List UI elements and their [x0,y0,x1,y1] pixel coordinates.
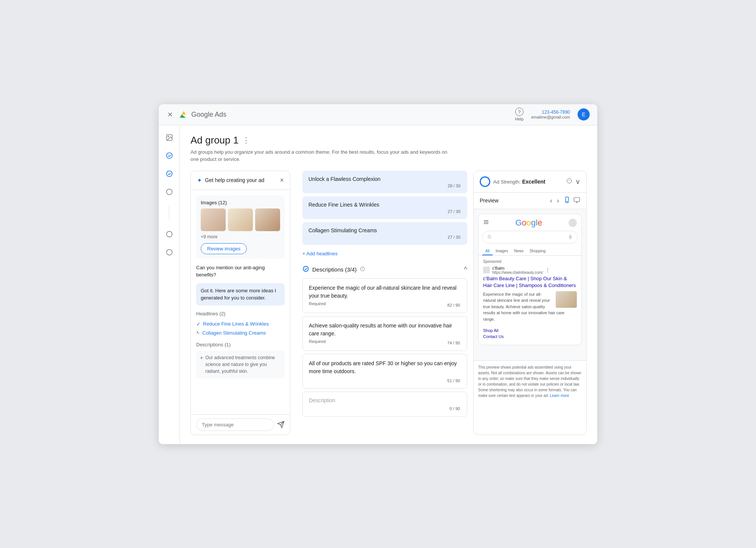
description-field-4[interactable]: Description 0 / 90 [302,392,467,417]
review-images-button[interactable]: Review images [201,243,247,254]
shopping-tab: Shopping [527,247,548,255]
headlines-list: Unlock a Flawless Complexion 28 / 30 Red… [302,171,467,245]
description-field-1[interactable]: Experience the magic of our all-natural … [302,278,467,313]
more-options-icon[interactable]: ⋮ [242,136,250,145]
descriptions-divider: Descriptions (3/4) ^ [302,266,467,274]
check-icon-1: ✓ [196,321,201,327]
ad-link-2[interactable]: Contact Us [483,334,577,339]
top-bar: Google Ads ? Help 123-456-7890 emailme@g… [159,104,597,125]
help-section: ? Help [515,108,524,121]
mobile-menu-icon [483,219,489,227]
image-thumb-1 [201,208,226,231]
description-counter-4: 0 / 90 [449,406,461,411]
ad-more-icon[interactable]: ⋮ [545,267,550,273]
svg-point-14 [488,235,491,238]
ad-result: Sponsored c'Balm https://www.cbalmbeauty… [479,259,581,339]
descriptions-check-icon [302,266,309,274]
sidebar-icon-circle-3[interactable] [163,246,175,258]
mobile-tabs: All Images News Shopping [479,247,581,256]
logo-text: Google Ads [191,111,226,119]
mobile-search-icon [487,234,492,240]
preview-prev-button[interactable]: ‹ [550,197,552,205]
account-phone: 123-456-7890 [531,110,570,115]
mobile-top-bar: Google [479,214,581,231]
ai-panel-header: ✦ Get help creating your ad × [191,171,290,190]
cursor-icon: ↖ [196,330,200,335]
svg-point-3 [166,153,172,158]
svg-point-8 [303,266,308,272]
ad-image-preview [556,291,577,308]
ai-description-text: Our advanced treatments combine science … [205,354,281,375]
message-input[interactable] [196,418,274,431]
descriptions-info-icon[interactable] [360,266,365,273]
description-counter-3: 51 / 90 [447,378,461,383]
learn-more-link[interactable]: Learn more [550,394,569,398]
company-url: https://www.cbalmbeauty.com/ [492,270,543,275]
svg-rect-13 [574,198,580,202]
page-subtitle: Ad groups help you organize your ads aro… [191,148,455,163]
close-button[interactable] [166,111,174,118]
sidebar-icon-circle-2[interactable] [163,228,175,240]
headline-field-1[interactable]: Unlock a Flawless Complexion 28 / 30 [302,171,467,193]
content-area: Ad group 1 ⋮ Ad groups help you organize… [180,125,597,444]
ad-strength: Ad Strength: Excellent [480,176,545,187]
image-thumb-2 [228,208,253,231]
mobile-device-icon[interactable] [564,196,570,205]
preview-content: Google [474,209,586,360]
preview-next-button[interactable]: › [557,197,559,205]
svg-point-7 [166,249,172,255]
help-icon[interactable]: ? [515,108,524,116]
preview-collapse-button[interactable]: ∨ [575,178,580,186]
ai-panel-content: Images (12) +9 more Review images Can yo… [191,190,290,414]
headline-counter-1: 28 / 30 [308,184,461,188]
ai-response: Got it. Here are some more ideas I gener… [196,283,285,306]
desktop-device-icon[interactable] [573,196,580,205]
all-tab: All [482,247,493,255]
news-tab: News [511,247,527,255]
description-text-1: Experience the magic of our all-natural … [309,284,461,300]
sparkle-icon: ✦ [197,177,202,184]
sidebar-icon-check-2[interactable] [163,168,175,180]
preview-panel: Ad Strength: Excellent ∨ [473,171,587,435]
search-bar-line [494,237,566,237]
ai-description-item: + Our advanced treatments combine scienc… [196,350,285,378]
ai-panel: ✦ Get help creating your ad × Images (12… [191,171,290,435]
strength-value: Excellent [522,179,545,185]
svg-point-6 [166,231,172,237]
headline-field-3[interactable]: Collagen Stimulating Creams 27 / 30 [302,222,467,245]
headline-link-1[interactable]: Reduce Fine Lines & Wrinkles [203,321,269,327]
sidebar-icon-image[interactable] [163,131,175,144]
user-avatar[interactable]: E [578,108,590,120]
preview-header: Ad Strength: Excellent ∨ [474,171,586,193]
ai-panel-title: Get help creating your ad [205,177,264,183]
preview-footer: This preview shows potential ads assembl… [474,360,586,398]
sidebar [159,125,180,444]
headline-item-1: ✓ Reduce Fine Lines & Wrinkles [196,320,285,329]
headline-field-2[interactable]: Reduce Fine Lines & Wrinkles 27 / 30 [302,196,467,219]
strength-info-icon[interactable] [566,178,572,185]
send-button[interactable] [277,421,285,428]
strength-label: Ad Strength: [493,179,521,185]
help-label: Help [515,117,524,121]
ad-link-1[interactable]: Shop All [483,328,577,333]
headlines-section-label: Headlines (2) [196,311,285,316]
required-label-1: Required [309,301,326,307]
svg-point-2 [167,136,169,137]
descriptions-section-title: Descriptions (3/4) [302,266,365,274]
description-placeholder-4: Description [309,397,461,403]
sidebar-icon-circle-1[interactable] [163,186,175,198]
description-counter-2: 74 / 90 [447,341,461,345]
headline-text-1: Unlock a Flawless Complexion [308,176,461,182]
headline-link-2[interactable]: Collagen Stimulating Creams [202,330,266,336]
sidebar-icon-check-1[interactable] [163,150,175,162]
images-section: Images (12) +9 more Review images [196,195,285,259]
description-field-3[interactable]: All of our products are rated SPF 30 or … [302,354,467,389]
description-text-2: Achieve salon-quality results at home wi… [309,322,461,338]
ad-title[interactable]: c'Balm Beauty Care | Shop Our Skin & Hai… [483,275,577,289]
description-field-2[interactable]: Achieve salon-quality results at home wi… [302,316,467,351]
images-grid [201,208,280,231]
ai-close-button[interactable]: × [280,176,284,184]
descriptions-collapse-button[interactable]: ^ [464,266,467,273]
company-row: c'Balm https://www.cbalmbeauty.com/ ⋮ [483,266,577,275]
add-headlines-button[interactable]: + Add headlines [302,248,338,259]
